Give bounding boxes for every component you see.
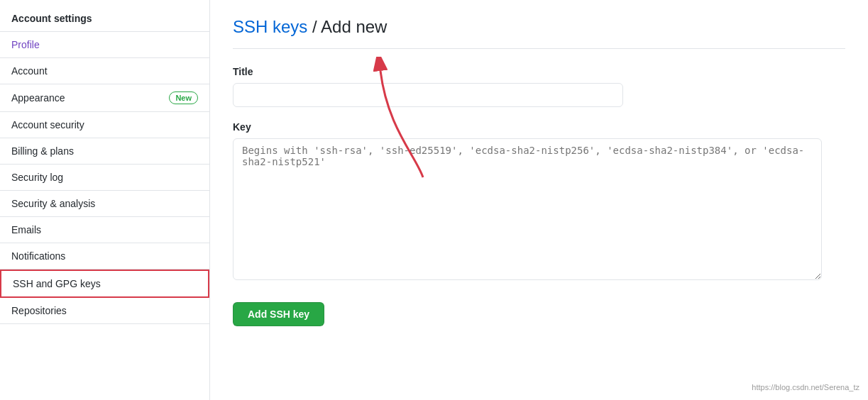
sidebar-item-label: Security log <box>11 172 63 183</box>
key-label: Key <box>233 121 845 133</box>
key-field-group: Key <box>233 121 845 282</box>
sidebar-item-security-analysis[interactable]: Security & analysis <box>0 191 209 217</box>
sidebar-heading: Account settings <box>0 6 209 32</box>
sidebar-item-label: Repositories <box>11 305 67 316</box>
new-badge: New <box>169 91 198 104</box>
sidebar-item-repositories[interactable]: Repositories <box>0 298 209 324</box>
sidebar-item-appearance[interactable]: Appearance New <box>0 84 209 112</box>
title-input[interactable] <box>233 83 623 107</box>
sidebar-item-account-security[interactable]: Account security <box>0 112 209 138</box>
sidebar: Account settings Profile Account Appeara… <box>0 0 210 400</box>
sidebar-item-security-log[interactable]: Security log <box>0 165 209 191</box>
page-title-link[interactable]: SSH keys <box>233 17 307 36</box>
sidebar-item-billing[interactable]: Billing & plans <box>0 138 209 165</box>
sidebar-item-label: SSH and GPG keys <box>13 278 101 289</box>
add-ssh-key-button[interactable]: Add SSH key <box>233 302 324 326</box>
sidebar-item-profile[interactable]: Profile <box>0 32 209 58</box>
page-title-rest: / Add new <box>307 17 387 36</box>
sidebar-item-ssh-gpg[interactable]: SSH and GPG keys <box>0 270 209 298</box>
sidebar-item-label: Profile <box>11 39 40 50</box>
watermark: https://blog.csdn.net/Serena_tz <box>752 383 859 391</box>
sidebar-item-emails[interactable]: Emails <box>0 217 209 243</box>
key-textarea[interactable] <box>233 138 822 280</box>
sidebar-item-label: Appearance <box>11 92 65 104</box>
title-label: Title <box>233 66 845 77</box>
sidebar-item-label: Account security <box>11 119 84 130</box>
sidebar-item-account[interactable]: Account <box>0 58 209 84</box>
title-field-group: Title <box>233 66 845 107</box>
sidebar-item-label: Billing & plans <box>11 145 74 157</box>
sidebar-item-label: Emails <box>11 224 41 235</box>
sidebar-item-label: Account <box>11 65 48 77</box>
main-content: SSH keys / Add new Title Key Add SSH key… <box>210 0 868 400</box>
sidebar-item-notifications[interactable]: Notifications <box>0 243 209 270</box>
page-title: SSH keys / Add new <box>233 17 845 49</box>
sidebar-item-label: Security & analysis <box>11 198 95 209</box>
sidebar-item-label: Notifications <box>11 250 65 262</box>
